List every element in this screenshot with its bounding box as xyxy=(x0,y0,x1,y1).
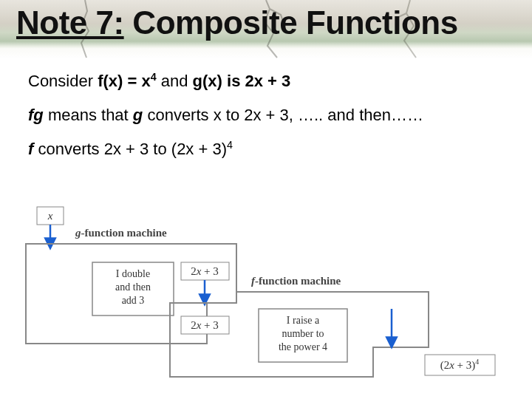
svg-text:the power 4: the power 4 xyxy=(279,341,327,352)
svg-text:add 3: add 3 xyxy=(122,295,145,306)
consider-line: Consider f(x) = x4 and g(x) is 2x + 3 xyxy=(28,70,508,92)
f-machine-label: f-function machine xyxy=(251,275,341,287)
svg-text:number to: number to xyxy=(282,328,324,339)
input-x-label: x xyxy=(47,210,53,222)
svg-text:I raise a: I raise a xyxy=(287,315,320,326)
svg-text:and then: and then xyxy=(115,282,151,293)
g-machine-label: g-function machine xyxy=(75,227,167,239)
svg-text:I double: I double xyxy=(116,268,150,279)
slide-body: Consider f(x) = x4 and g(x) is 2x + 3 fg… xyxy=(28,70,508,172)
mid-output-top: 2x + 3 xyxy=(191,265,219,277)
final-output: (2x + 3)4 xyxy=(440,358,480,372)
slide-title: Note 7: Composite Functions xyxy=(16,4,458,41)
mid-input-bottom: 2x + 3 xyxy=(191,319,219,331)
function-machine-diagram: x g-function machine I double and then a… xyxy=(15,200,517,392)
fg-explain-line: fg means that g converts x to 2x + 3, ….… xyxy=(28,104,508,126)
f-convert-line: f converts 2x + 3 to (2x + 3)4 xyxy=(28,138,508,160)
title-rest: Composite Functions xyxy=(124,4,458,41)
title-underlined: Note 7: xyxy=(16,4,124,41)
